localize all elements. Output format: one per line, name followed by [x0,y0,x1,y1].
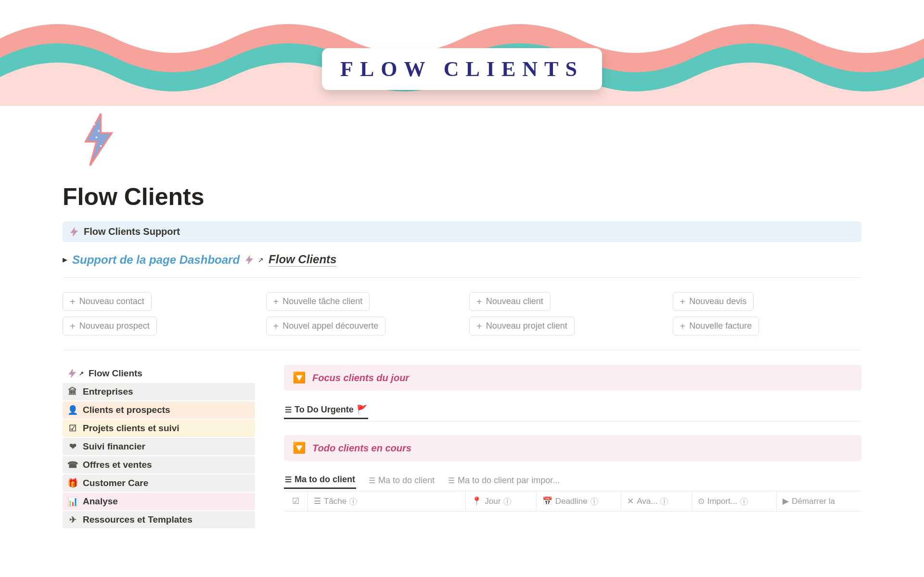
sidebar-item-clients-prospects[interactable]: 👤Clients et prospects [63,401,255,419]
info-icon: i [349,498,357,505]
list-icon: ☰ [369,476,375,485]
flow-clients-link[interactable]: Flow Clients [269,253,336,267]
sidebar-item-projets-clients[interactable]: ☑Projets clients et suivi [63,420,255,437]
down-arrow-icon: 🔽 [293,442,306,454]
tab-ma-todo-client-2[interactable]: ☰Ma to do client [368,473,436,488]
svg-point-3 [102,121,104,123]
support-callout-text: Flow Clients Support [84,226,180,237]
list-icon: ☰ [285,405,292,414]
sidebar-item-label: Analyse [83,496,118,507]
new-discovery-call-button[interactable]: +Nouvel appel découverte [266,317,386,335]
status-icon: ⊙ [698,496,705,506]
sidebar-item-label: Entreprises [83,386,133,397]
bolt-icon [69,227,79,237]
col-checkbox[interactable]: ☑ [284,491,308,511]
divider [284,421,861,422]
new-prospect-button[interactable]: +Nouveau prospect [63,317,157,335]
info-icon: i [503,498,511,505]
table-header: ☑ ☰Tâchei 📍Jouri 📅Deadlinei ✕Ava...i ⊙Im… [284,491,861,512]
plus-icon: + [273,321,279,331]
person-icon: 👤 [67,405,78,415]
sidebar-item-offres-ventes[interactable]: ☎Offres et ventes [63,456,255,474]
callout-text: Todo clients en cours [312,443,411,454]
dashboard-support-link[interactable]: Support de la page Dashboard [72,253,240,267]
new-contact-button[interactable]: +Nouveau contact [63,292,152,311]
sidebar-item-customer-care[interactable]: 🎁Customer Care [63,474,255,492]
todo-clients-callout[interactable]: 🔽 Todo clients en cours [284,435,861,461]
svg-marker-0 [86,114,112,166]
sidebar-item-ressources-templates[interactable]: ✈Ressources et Templates [63,511,255,528]
sidebar-item-label: Clients et prospects [83,405,170,415]
toggle-arrow-icon[interactable]: ▶ [63,256,67,263]
x-icon: ✕ [627,496,634,506]
send-icon: ✈ [67,514,78,525]
svg-marker-7 [246,256,252,264]
col-jour[interactable]: 📍Jouri [466,491,536,511]
callout-text: Focus clients du jour [312,372,409,384]
list-icon: ☰ [448,476,455,485]
sidebar-item-flow-clients[interactable]: ↗ Flow Clients [63,365,255,382]
plus-icon: + [476,321,482,331]
focus-clients-callout[interactable]: 🔽 Focus clients du jour [284,365,861,391]
header-badge: FLOW CLIENTS [322,48,602,90]
sidebar-item-suivi-financier[interactable]: ❤Suivi financier [63,438,255,455]
info-icon: i [590,498,598,505]
page-title[interactable]: Flow Clients [63,183,861,211]
new-client-project-button[interactable]: +Nouveau projet client [469,317,575,335]
support-callout[interactable]: Flow Clients Support [63,221,861,242]
col-deadline[interactable]: 📅Deadlinei [537,491,622,511]
new-client-task-button[interactable]: +Nouvelle tâche client [266,292,370,311]
bolt-icon [244,255,254,265]
svg-point-4 [96,137,98,139]
phone-icon: ☎ [67,460,78,470]
flag-icon: 🚩 [357,404,367,415]
plus-icon: + [680,297,686,307]
sidebar-item-label: Offres et ventes [83,460,152,470]
tab-ma-todo-client-importance[interactable]: ☰Ma to do client par impor... [447,473,561,488]
new-client-button[interactable]: +Nouveau client [469,292,551,311]
plus-icon: + [273,297,279,307]
plus-icon: + [70,321,76,331]
col-avancement[interactable]: ✕Ava...i [621,491,692,511]
sidebar-item-label: Customer Care [83,478,148,488]
sidebar-item-label: Flow Clients [89,368,142,379]
sidebar-item-entreprises[interactable]: 🏛Entreprises [63,383,255,400]
checklist-icon: ☑ [67,423,78,434]
sidebar-item-label: Suivi financier [83,441,145,452]
page-icon[interactable] [77,111,120,168]
bolt-icon [67,369,77,378]
svg-point-5 [100,145,102,147]
new-quote-button[interactable]: +Nouveau devis [673,292,754,311]
arrow-out-icon: ↗ [258,256,264,264]
chart-icon: 📊 [67,496,78,507]
todo-tabs: ☰Ma to do client ☰Ma to do client ☰Ma to… [284,472,861,489]
cover-header: FLOW CLIENTS [0,0,924,106]
sidebar: ↗ Flow Clients 🏛Entreprises 👤Clients et … [63,365,255,529]
building-icon: 🏛 [67,387,78,397]
plus-icon: + [70,297,76,307]
down-arrow-icon: 🔽 [293,372,306,384]
list-icon: ☰ [314,496,321,506]
svg-point-1 [93,124,95,126]
heart-icon: ❤ [67,441,78,452]
svg-point-2 [98,130,100,132]
new-invoice-button[interactable]: +Nouvelle facture [673,317,759,335]
tab-todo-urgente[interactable]: ☰ To Do Urgente 🚩 [284,401,368,419]
sidebar-item-analyse[interactable]: 📊Analyse [63,493,255,510]
urgent-tabs: ☰ To Do Urgente 🚩 [284,401,861,419]
col-tache[interactable]: ☰Tâchei [308,491,466,511]
info-icon: i [660,498,668,505]
pin-icon: 📍 [472,496,482,506]
col-demarrer[interactable]: ▶Démarrer la [777,491,861,511]
dashboard-toggle-row: ▶ Support de la page Dashboard ↗ Flow Cl… [63,253,861,278]
sidebar-item-label: Ressources et Templates [83,514,192,525]
plus-icon: + [476,297,482,307]
tab-ma-todo-client-1[interactable]: ☰Ma to do client [284,472,356,489]
arrow-out-icon: ↗ [79,370,84,377]
col-importance[interactable]: ⊙Import...i [692,491,777,511]
action-buttons-grid: +Nouveau contact +Nouveau prospect +Nouv… [63,292,861,350]
gift-icon: 🎁 [67,478,78,488]
play-icon: ▶ [783,496,789,506]
sidebar-item-label: Projets clients et suivi [83,423,180,434]
svg-marker-6 [71,228,77,236]
